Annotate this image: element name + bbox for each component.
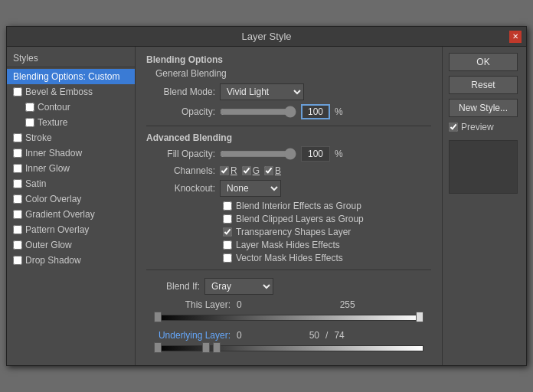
close-button[interactable]: ✕ [509,31,522,43]
transparency-option: Transparency Shapes Layer [223,227,431,237]
vector-mask-checkbox[interactable] [223,253,232,263]
underlying-handle-split-right[interactable] [213,342,221,353]
underlying-split2: 74 [334,330,344,341]
this-layer-max: 255 [340,299,355,310]
right-panel: OK Reset New Style... Preview [442,47,526,365]
sidebar-item-texture[interactable]: Texture [7,115,135,130]
underlying-layer-values: Underlying Layer: 0 50 / 74 [146,330,431,341]
underlying-layer-label: Underlying Layer: [146,330,231,341]
preview-box [449,140,518,194]
fill-opacity-slider[interactable] [220,148,296,160]
sidebar-item-bevel-emboss[interactable]: Bevel & Emboss [7,84,135,100]
satin-checkbox[interactable] [13,179,22,188]
layer-mask-option: Layer Mask Hides Effects [223,240,431,250]
knockout-label: Knockout: [146,183,215,194]
sidebar-item-contour[interactable]: Contour [7,100,135,115]
pattern-overlay-checkbox[interactable] [13,225,22,234]
underlying-layer-section: Underlying Layer: 0 50 / 74 [146,330,431,354]
knockout-row: Knockout: None Shallow Deep [146,180,431,197]
blend-if-label: Blend If: [146,281,200,292]
blend-mode-label: Blend Mode: [146,87,215,97]
bevel-emboss-checkbox[interactable] [13,87,22,96]
preview-checkbox[interactable] [449,122,458,132]
sidebar-item-outer-glow[interactable]: Outer Glow [7,237,135,253]
underlying-min: 0 [237,330,242,341]
blend-if-section: Blend If: Gray Red Green Blue This Layer… [146,278,431,354]
sidebar-item-inner-glow[interactable]: Inner Glow [7,161,135,176]
left-panel: Styles Blending Options: Custom Bevel & … [7,47,136,365]
opacity-row: Opacity: % [146,104,431,119]
channel-g-checkbox[interactable] [242,166,251,175]
this-layer-handle-left[interactable] [154,312,162,322]
underlying-handle-left[interactable] [154,342,162,353]
blend-clipped-checkbox[interactable] [223,214,232,224]
layer-mask-label: Layer Mask Hides Effects [236,240,340,250]
opacity-label: Opacity: [146,106,215,117]
this-layer-section: This Layer: 0 255 [146,299,431,324]
reset-button[interactable]: Reset [449,76,518,94]
knockout-select[interactable]: None Shallow Deep [220,180,281,197]
blend-interior-option: Blend Interior Effects as Group [223,201,431,211]
transparency-checkbox[interactable] [223,227,232,237]
blend-if-select[interactable]: Gray Red Green Blue [204,278,273,295]
vector-mask-option: Vector Mask Hides Effects [223,253,431,263]
underlying-slider-track [154,345,423,351]
sidebar-item-gradient-overlay[interactable]: Gradient Overlay [7,207,135,222]
channel-g-label: G [253,165,260,176]
fill-opacity-percent: % [335,149,343,159]
underlying-slash: / [325,330,328,341]
outer-glow-checkbox[interactable] [13,240,22,250]
dialog-title: Layer Style [241,31,291,42]
general-blending-title: General Blending [155,68,431,79]
inner-shadow-checkbox[interactable] [13,149,22,158]
channel-r-group: R [220,165,237,176]
transparency-label: Transparency Shapes Layer [236,227,351,237]
blend-interior-label: Blend Interior Effects as Group [236,201,361,211]
contour-checkbox[interactable] [25,103,34,112]
fill-opacity-label: Fill Opacity: [146,149,215,159]
sidebar-item-pattern-overlay[interactable]: Pattern Overlay [7,222,135,237]
preview-label: Preview [461,122,494,132]
inner-glow-checkbox[interactable] [13,164,22,173]
opacity-slider[interactable] [220,106,296,118]
fill-opacity-row: Fill Opacity: % [146,146,431,162]
this-layer-slider-container [154,312,423,324]
texture-checkbox[interactable] [25,118,34,127]
gradient-overlay-checkbox[interactable] [13,210,22,219]
new-style-button[interactable]: New Style... [449,99,518,117]
sidebar-item-stroke[interactable]: Stroke [7,130,135,145]
sidebar-item-drop-shadow[interactable]: Drop Shadow [7,253,135,268]
vector-mask-label: Vector Mask Hides Effects [236,253,343,263]
styles-header: Styles [7,50,135,67]
channels-label: Channels: [146,165,215,176]
fill-opacity-input[interactable] [301,146,330,162]
underlying-slider-container [154,342,423,354]
opacity-input[interactable] [301,104,330,119]
underlying-handle-split-left[interactable] [202,342,210,353]
title-bar: Layer Style ✕ [7,27,526,47]
layer-style-dialog: Layer Style ✕ Styles Blending Options: C… [6,26,527,366]
color-overlay-checkbox[interactable] [13,194,22,204]
layer-mask-checkbox[interactable] [223,240,232,250]
sidebar-item-inner-shadow[interactable]: Inner Shadow [7,145,135,161]
stroke-checkbox[interactable] [13,133,22,142]
blend-clipped-option: Blend Clipped Layers as Group [223,214,431,224]
ok-button[interactable]: OK [449,53,518,71]
blend-interior-checkbox[interactable] [223,201,232,211]
this-layer-label: This Layer: [146,299,231,310]
advanced-blending-title: Advanced Blending [146,132,431,143]
blend-mode-select[interactable]: Vivid Light [220,83,304,100]
channel-b-checkbox[interactable] [264,166,273,175]
sidebar-item-color-overlay[interactable]: Color Overlay [7,191,135,207]
sidebar-item-satin[interactable]: Satin [7,176,135,191]
this-layer-min: 0 [237,299,242,310]
blend-clipped-label: Blend Clipped Layers as Group [236,214,364,224]
this-layer-handle-right[interactable] [416,312,423,322]
channel-b-group: B [264,165,281,176]
sidebar-item-blending-options[interactable]: Blending Options: Custom [7,69,135,84]
drop-shadow-checkbox[interactable] [13,256,22,265]
this-layer-values: This Layer: 0 255 [146,299,431,310]
channel-r-checkbox[interactable] [220,166,229,175]
blending-options-title: Blending Options [146,54,431,65]
opacity-percent: % [335,106,343,117]
